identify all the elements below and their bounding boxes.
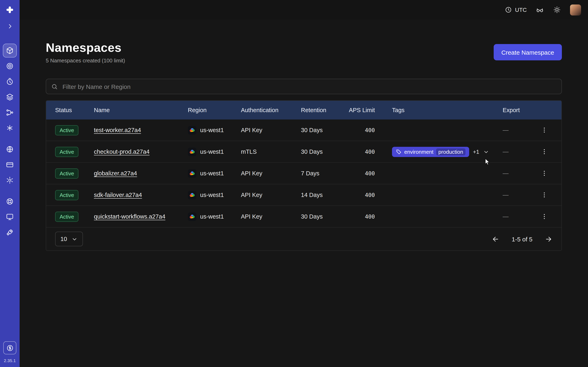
monitor-icon: [6, 213, 14, 221]
sidebar-item-workflows[interactable]: [3, 59, 17, 73]
sidebar-item-regions[interactable]: [3, 142, 17, 156]
column-header-tags: Tags: [385, 107, 494, 113]
sidebar-item-deployments[interactable]: [3, 90, 17, 104]
sidebar-item-namespaces[interactable]: [3, 44, 17, 58]
table-row: Activesdk-failover.a27a4us-west1API Key1…: [46, 184, 562, 206]
region-label: us-west1: [200, 127, 224, 133]
region-label: us-west1: [200, 192, 224, 198]
rocket-icon: [6, 228, 14, 236]
column-header-region: Region: [188, 107, 241, 113]
pricing-button[interactable]: [3, 341, 16, 354]
sidebar-item-getting-started[interactable]: [3, 225, 17, 239]
pagination-range: 1-5 of 5: [512, 235, 532, 242]
dollar-icon: [6, 344, 14, 352]
retention-value: 30 Days: [301, 127, 348, 133]
asterisk-icon: [6, 124, 14, 132]
gcp-region-icon: [188, 126, 196, 134]
table-header-row: StatusNameRegionAuthenticationRetentionA…: [46, 101, 562, 119]
auth-method-value: API Key: [241, 192, 301, 198]
sidebar-item-docs[interactable]: [3, 210, 17, 224]
export-value: —: [494, 213, 536, 220]
status-badge: Active: [55, 125, 79, 135]
row-menu-button[interactable]: [541, 170, 548, 177]
auth-method-value: API Key: [241, 213, 301, 220]
tag-value: production: [436, 148, 466, 155]
chevron-down-icon: [71, 236, 78, 242]
filter-input[interactable]: [62, 83, 557, 90]
sidebar-expand-button[interactable]: [3, 19, 17, 33]
namespace-link[interactable]: sdk-failover.a27a4: [94, 192, 142, 198]
card-icon: [6, 161, 14, 169]
status-badge: Active: [55, 147, 79, 157]
sidebar-item-batch-operations[interactable]: [3, 106, 17, 119]
page-size-select[interactable]: 10: [55, 232, 83, 246]
pagination: 1-5 of 5: [492, 235, 553, 243]
gcp-region-icon: [188, 191, 196, 199]
chevron-right-icon: [7, 23, 13, 29]
retention-value: 7 Days: [301, 170, 348, 176]
tags-cell: environmentproduction+1: [385, 147, 494, 157]
gcp-region-icon: [188, 147, 196, 156]
region-label: us-west1: [200, 170, 224, 176]
row-menu-button[interactable]: [541, 191, 548, 199]
gear-icon: [6, 176, 14, 184]
arrow-left-icon: [492, 235, 499, 243]
timezone-selector[interactable]: UTC: [505, 6, 527, 13]
tag-pill[interactable]: environmentproduction: [392, 147, 469, 157]
row-menu-button[interactable]: [541, 213, 548, 220]
row-menu-button[interactable]: [541, 148, 548, 155]
page-size-value: 10: [61, 236, 67, 242]
sidebar-item-nexus[interactable]: [3, 121, 17, 135]
table-row: Activequickstart-workflows.a27a4us-west1…: [46, 206, 562, 227]
cube-icon: [6, 47, 14, 55]
region-label: us-west1: [200, 213, 224, 220]
sidebar: 2.35.1: [0, 0, 20, 367]
glasses-icon[interactable]: [536, 6, 544, 14]
retention-value: 30 Days: [301, 213, 348, 220]
table-footer: 10 1-5 of 5: [46, 227, 562, 250]
aps-limit-value: 400: [348, 213, 385, 220]
namespace-link[interactable]: test-worker.a27a4: [94, 127, 141, 133]
sidebar-item-support[interactable]: [3, 194, 17, 208]
status-badge: Active: [55, 190, 79, 200]
namespace-link[interactable]: checkout-prod.a27a4: [94, 149, 150, 155]
export-value: —: [494, 192, 536, 198]
tag-key: environment: [404, 149, 433, 155]
user-avatar[interactable]: [570, 4, 581, 15]
sidebar-item-schedules[interactable]: [3, 75, 17, 89]
next-page-button[interactable]: [545, 235, 553, 243]
row-menu-button[interactable]: [541, 126, 548, 134]
namespace-count-subtitle: 5 Namespaces created (100 limit): [46, 58, 125, 64]
auth-method-value: API Key: [241, 170, 301, 176]
column-header-authentication: Authentication: [241, 107, 301, 113]
branch-icon: [6, 108, 14, 117]
theme-toggle-sun-icon[interactable]: [553, 6, 561, 14]
timer-icon: [6, 77, 14, 86]
lifebuoy-icon: [6, 197, 14, 206]
search-icon: [51, 83, 58, 90]
export-value: —: [494, 127, 536, 133]
tags-expand-chevron-icon[interactable]: [483, 149, 489, 155]
tag-icon: [396, 149, 402, 155]
column-header-export: Export: [494, 107, 536, 113]
prev-page-button[interactable]: [492, 235, 499, 243]
arrow-right-icon: [545, 235, 553, 243]
sidebar-item-settings[interactable]: [3, 173, 17, 187]
layers-icon: [6, 93, 14, 101]
column-header-status: Status: [55, 107, 94, 113]
namespace-link[interactable]: globalizer.a27a4: [94, 170, 137, 176]
table-row: Activetest-worker.a27a4us-west1API Key30…: [46, 119, 562, 141]
table-body: Activetest-worker.a27a4us-west1API Key30…: [46, 119, 562, 227]
namespace-link[interactable]: quickstart-workflows.a27a4: [94, 213, 165, 220]
sidebar-item-billing[interactable]: [3, 158, 17, 172]
table-row: Activecheckout-prod.a27a4us-west1mTLS30 …: [46, 141, 562, 162]
aps-limit-value: 400: [348, 170, 385, 176]
namespaces-table: StatusNameRegionAuthenticationRetentionA…: [46, 100, 562, 251]
create-namespace-button[interactable]: Create Namespace: [494, 44, 562, 60]
temporal-logo-icon[interactable]: [5, 5, 14, 14]
column-header-retention: Retention: [301, 107, 348, 113]
column-header-name: Name: [94, 107, 188, 113]
clock-icon: [505, 6, 512, 13]
page-title: Namespaces: [46, 41, 125, 55]
retention-value: 14 Days: [301, 192, 348, 198]
